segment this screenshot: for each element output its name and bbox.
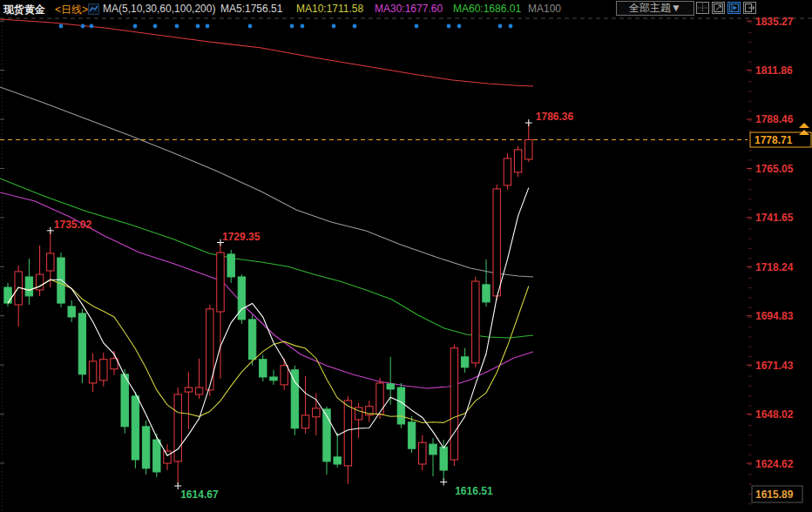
candle	[281, 359, 288, 390]
candle	[15, 266, 22, 327]
candle	[334, 433, 341, 468]
candle	[344, 396, 351, 484]
event-dot-icon[interactable]	[301, 24, 305, 29]
candle	[440, 440, 447, 481]
up-arrow-icon	[799, 123, 809, 128]
event-dot-icon[interactable]	[90, 24, 94, 29]
axis-label: 1648.02	[755, 408, 794, 421]
event-dot-icon[interactable]	[457, 24, 462, 29]
candle	[504, 153, 511, 190]
candle	[461, 348, 468, 373]
event-dot-icon[interactable]	[353, 24, 357, 29]
candle	[472, 277, 479, 367]
axis-label: 1765.05	[755, 163, 794, 175]
candle	[301, 376, 308, 434]
candle	[493, 185, 500, 300]
candlestick-chart[interactable]: 1735.021729.351786.361614.671616.511835.…	[0, 0, 812, 512]
event-dot-icon[interactable]	[290, 24, 294, 29]
candle	[36, 246, 43, 296]
event-dot-icon[interactable]	[196, 24, 200, 29]
axis-label: 1718.24	[755, 261, 794, 273]
pan-crosshair-icon[interactable]	[696, 2, 709, 14]
axis-label: 1811.86	[755, 64, 793, 77]
event-dot-icon[interactable]	[81, 24, 85, 29]
candle	[100, 353, 107, 387]
candle	[206, 305, 213, 396]
candle	[355, 403, 362, 438]
candle	[185, 372, 192, 429]
event-dot-icon[interactable]	[332, 24, 336, 29]
shift-right-icon[interactable]	[743, 2, 756, 14]
candle	[419, 435, 426, 470]
axis-label: 1624.62	[755, 458, 794, 470]
candle	[270, 370, 277, 385]
chart-header: 现货黄金 <日线> MA(5,10,30,60,100,200) MA5:175…	[0, 0, 812, 17]
trading-app: 1735.021729.351786.361614.671616.511835.…	[0, 0, 812, 512]
candle	[195, 359, 202, 399]
candle	[397, 383, 404, 428]
period-label[interactable]: <日线>	[55, 3, 88, 17]
event-dot-icon[interactable]	[447, 24, 451, 29]
ma60-value: MA60:1686.01	[453, 3, 521, 15]
price-annotation: 1786.36	[536, 111, 574, 123]
axis-label: 1741.65	[755, 212, 794, 224]
ma10-value: MA10:1711.58	[296, 3, 363, 15]
axis-label: 1788.46	[755, 113, 794, 125]
candle	[132, 392, 139, 468]
candle	[47, 232, 54, 287]
event-dot-icon[interactable]	[206, 24, 210, 29]
annotations: 1735.021729.351786.361614.671616.51	[47, 111, 574, 501]
candle	[217, 244, 224, 379]
event-dot-icon[interactable]	[59, 24, 64, 29]
candle	[366, 401, 373, 422]
candle	[238, 274, 245, 324]
axis-label: 1671.43	[755, 360, 794, 372]
candle	[227, 250, 234, 283]
candle	[121, 369, 128, 434]
kline-icon	[88, 3, 99, 17]
theme-dropdown[interactable]: 全部主题▼	[616, 1, 694, 16]
price-annotation: 1735.02	[54, 219, 92, 231]
price-axis: 1835.271811.861788.461765.051741.651718.…	[750, 16, 811, 502]
candles	[4, 124, 532, 484]
event-dot-icon[interactable]	[175, 24, 179, 29]
candle	[174, 387, 181, 484]
price-annotation: 1729.35	[222, 231, 261, 243]
candle	[525, 124, 532, 162]
event-dot-icon[interactable]	[498, 24, 503, 29]
low-price-value: 1615.89	[755, 488, 794, 501]
ma-group-label: MA(5,10,30,60,100,200)	[103, 3, 215, 15]
event-dot-icon[interactable]	[133, 24, 138, 29]
ma200-line	[0, 19, 533, 86]
fit-frame-icon[interactable]	[712, 2, 725, 14]
candle	[260, 355, 267, 381]
ma100-line	[0, 87, 533, 277]
candle	[78, 309, 85, 383]
ma30-value: MA30:1677.60	[375, 3, 443, 15]
grid	[0, 18, 812, 512]
candle	[450, 345, 457, 466]
candle	[483, 259, 490, 307]
candle	[408, 416, 415, 453]
price-annotation: 1614.67	[180, 488, 219, 501]
candle	[430, 438, 436, 476]
candle	[248, 315, 255, 366]
axis-label: 1694.83	[755, 310, 794, 322]
current-price-value: 1778.71	[754, 134, 793, 146]
event-dots	[59, 24, 513, 29]
price-annotation: 1616.51	[455, 485, 493, 497]
candle	[164, 444, 171, 470]
ma100-label: MA100	[528, 3, 561, 15]
event-dot-icon[interactable]	[509, 24, 513, 29]
candle	[68, 300, 75, 322]
event-dot-icon[interactable]	[415, 24, 419, 29]
ma5-value: MA5:1756.51	[220, 3, 282, 15]
candle	[153, 434, 160, 477]
candle	[514, 146, 521, 177]
axis-scale-icon[interactable]	[727, 2, 741, 14]
candle	[142, 421, 149, 475]
event-dot-icon[interactable]	[153, 24, 158, 29]
event-dot-icon[interactable]	[248, 24, 253, 29]
candle	[89, 354, 96, 392]
candle	[25, 259, 32, 305]
